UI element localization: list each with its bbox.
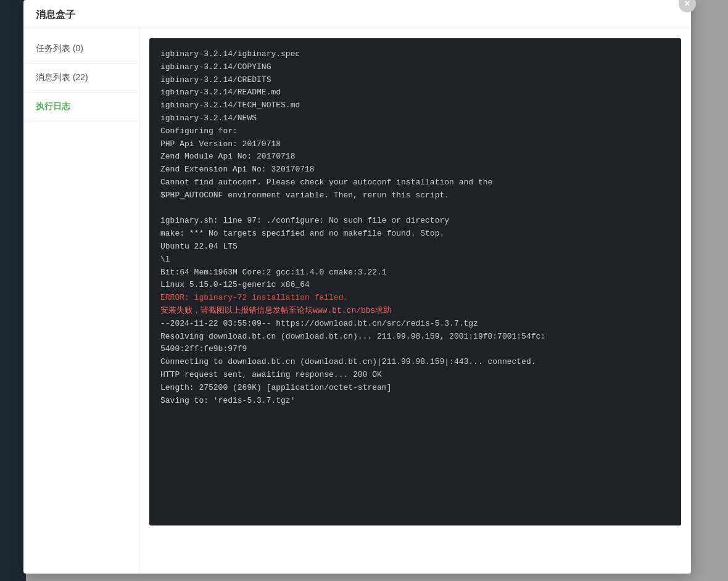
modal-title: 消息盒子 bbox=[36, 9, 75, 22]
terminal-output[interactable]: igbinary-3.2.14/igbinary.spec igbinary-3… bbox=[149, 38, 681, 525]
tab-exec-log[interactable]: 执行日志 bbox=[23, 93, 139, 122]
tab-message-list[interactable]: 消息列表 (22) bbox=[23, 64, 139, 93]
modal-header: 消息盒子 × bbox=[23, 0, 691, 28]
modal-dialog: 消息盒子 × 任务列表 (0) 消息列表 (22) 执行日志 igbinary-… bbox=[23, 0, 691, 574]
tab-sidebar: 任务列表 (0) 消息列表 (22) 执行日志 bbox=[23, 28, 139, 574]
tab-task-list[interactable]: 任务列表 (0) bbox=[23, 35, 139, 64]
exec-log-content: igbinary-3.2.14/igbinary.spec igbinary-3… bbox=[139, 28, 691, 574]
modal-body: 任务列表 (0) 消息列表 (22) 执行日志 igbinary-3.2.14/… bbox=[23, 28, 691, 574]
